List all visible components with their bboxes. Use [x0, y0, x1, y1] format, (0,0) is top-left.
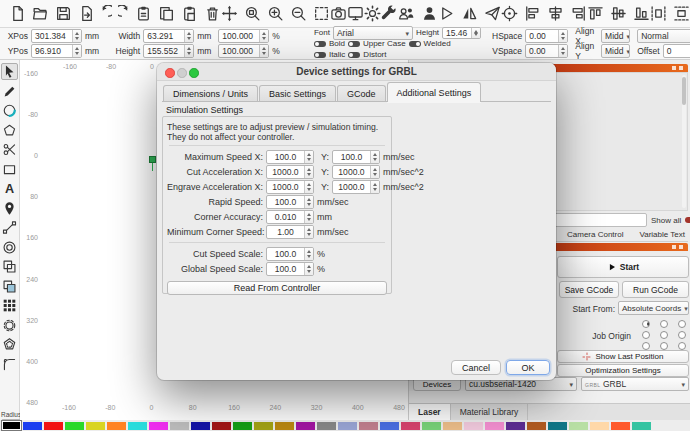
min-corner-speed-input[interactable]: 1.00 — [266, 225, 314, 239]
job-origin-1[interactable] — [660, 320, 668, 328]
palette-color-24[interactable] — [506, 422, 525, 430]
tool-offset-shapes[interactable] — [1, 336, 18, 353]
cancel-button[interactable]: Cancel — [451, 360, 501, 375]
bottom-tab-material-library[interactable]: Material Library — [451, 404, 529, 420]
copy-icon[interactable] — [158, 5, 175, 22]
tool-ellipse[interactable] — [1, 102, 18, 119]
width-input[interactable]: 63.291 — [143, 29, 194, 43]
job-origin-4[interactable] — [660, 331, 668, 339]
save-file-icon[interactable] — [55, 5, 72, 22]
stepper[interactable] — [370, 166, 379, 178]
open-file-icon[interactable] — [32, 5, 49, 22]
align-x-select[interactable]: Midd — [601, 29, 630, 43]
tool-rectangle[interactable] — [1, 161, 18, 178]
panel-header-icons[interactable] — [679, 66, 683, 70]
palette-color-29[interactable] — [611, 422, 630, 430]
palette-color-15[interactable] — [317, 422, 336, 430]
palette-color-19[interactable] — [401, 422, 420, 430]
tool-offset-ring[interactable] — [1, 239, 18, 256]
palette-color-10[interactable] — [212, 422, 231, 430]
palette-color-20[interactable] — [422, 422, 441, 430]
engrave-accel-x-input[interactable]: 1000.0 — [266, 180, 314, 194]
stepper[interactable] — [304, 211, 313, 223]
tool-pattern-gear[interactable] — [1, 317, 18, 334]
stepper[interactable] — [304, 181, 313, 193]
dialog-tab-gcode[interactable]: GCode — [337, 85, 386, 101]
align-right-icon[interactable] — [570, 5, 587, 22]
save-gcode-button[interactable]: Save GCode — [559, 281, 619, 298]
palette-color-14[interactable] — [296, 422, 315, 430]
height-stepper[interactable] — [184, 45, 193, 57]
dialog-tab-basic-settings[interactable]: Basic Settings — [259, 85, 336, 101]
bottom-tab-laser[interactable]: Laser — [409, 404, 451, 420]
zoom-in-icon[interactable] — [267, 5, 284, 22]
palette-color-30[interactable] — [632, 422, 651, 430]
font-select[interactable]: Arial — [333, 26, 413, 40]
width-stepper[interactable] — [184, 30, 193, 42]
multi-user-icon[interactable] — [398, 5, 415, 22]
palette-color-18[interactable] — [380, 422, 399, 430]
tool-draw-lines[interactable] — [1, 83, 18, 100]
tool-line-segment[interactable] — [1, 219, 18, 236]
align-bottom-icon[interactable] — [633, 5, 650, 22]
scale-y-stepper[interactable] — [259, 45, 268, 57]
palette-color-22[interactable] — [464, 422, 483, 430]
max-speed-x-input[interactable]: 100.0 — [266, 150, 314, 164]
palette-color-1[interactable] — [23, 422, 42, 430]
stepper[interactable] — [304, 263, 313, 275]
scale-y-input[interactable]: 100.000 — [218, 44, 269, 58]
tool-boolean-union[interactable] — [1, 258, 18, 275]
redo-icon[interactable] — [118, 5, 135, 22]
job-origin-3[interactable] — [642, 331, 650, 339]
import-file-icon[interactable] — [78, 5, 95, 22]
scale-x-stepper[interactable] — [259, 30, 268, 42]
paste-special-icon[interactable] — [135, 5, 152, 22]
palette-color-3[interactable] — [65, 422, 84, 430]
scale-x-input[interactable]: 100.000 — [218, 29, 269, 43]
ok-button[interactable]: OK — [506, 360, 550, 375]
stepper[interactable] — [370, 151, 379, 163]
palette-color-13[interactable] — [275, 422, 294, 430]
hspace-stepper[interactable] — [558, 30, 567, 42]
start-outline-icon[interactable] — [438, 5, 455, 22]
start-from-select[interactable]: Absolute Coords — [618, 301, 689, 315]
start-button[interactable]: Start — [557, 256, 689, 278]
palette-color-0[interactable] — [2, 421, 21, 430]
tab-variable-text[interactable]: Variable Text — [636, 230, 688, 239]
tool-boolean-subtract[interactable] — [1, 278, 18, 295]
palette-color-23[interactable] — [485, 422, 504, 430]
distort-toggle[interactable] — [348, 52, 360, 58]
palette-color-16[interactable] — [338, 422, 357, 430]
stepper[interactable] — [304, 196, 313, 208]
text-style-select[interactable]: Normal — [637, 29, 690, 43]
palette-color-8[interactable] — [170, 422, 189, 430]
palette-color-9[interactable] — [191, 422, 210, 430]
camera-capture-icon[interactable] — [330, 5, 347, 22]
palette-color-28[interactable] — [590, 422, 609, 430]
job-origin-0[interactable] — [642, 320, 650, 328]
dialog-tab-dimensions-units[interactable]: Dimensions / Units — [163, 85, 258, 101]
upper-case-toggle[interactable] — [348, 41, 360, 47]
welded-toggle[interactable] — [409, 41, 421, 47]
tool-grid-array[interactable] — [1, 297, 18, 314]
palette-color-27[interactable] — [569, 422, 588, 430]
global-speed-scale-input[interactable]: 100.0 — [266, 262, 314, 276]
palette-color-11[interactable] — [233, 422, 252, 430]
palette-color-4[interactable] — [86, 422, 105, 430]
align-left-icon[interactable] — [524, 5, 541, 22]
tool-position-laser[interactable] — [1, 200, 18, 217]
palette-color-17[interactable] — [359, 422, 378, 430]
optimization-settings-button[interactable]: Optimization Settings — [557, 364, 689, 377]
palette-color-26[interactable] — [548, 422, 567, 430]
screen-preview-icon[interactable] — [347, 5, 364, 22]
stepper[interactable] — [304, 166, 313, 178]
max-speed-y-input[interactable]: 100.0 — [332, 150, 380, 164]
stepper[interactable] — [304, 151, 313, 163]
vspace-stepper[interactable] — [558, 45, 567, 57]
dialog-titlebar[interactable]: Device settings for GRBL — [157, 63, 556, 81]
stepper[interactable] — [304, 248, 313, 260]
distribute-horizontal-icon[interactable] — [650, 5, 667, 22]
frame-selection-icon[interactable] — [313, 5, 330, 22]
mirror-horizontal-icon[interactable] — [461, 5, 478, 22]
job-origin-5[interactable] — [678, 331, 686, 339]
